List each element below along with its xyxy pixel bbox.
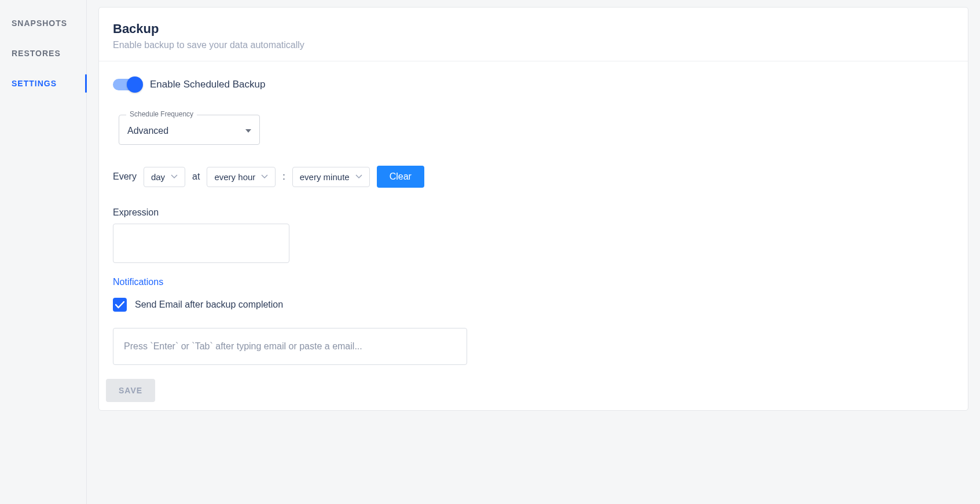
card-footer: SAVE <box>99 371 968 410</box>
every-label: Every <box>113 171 137 182</box>
page-subtitle: Enable backup to save your data automati… <box>113 40 954 50</box>
expression-label: Expression <box>113 207 954 218</box>
card-body: Enable Scheduled Backup Schedule Frequen… <box>99 61 968 371</box>
sidebar-item-settings[interactable]: SETTINGS <box>0 68 86 98</box>
enable-backup-toggle[interactable] <box>113 79 141 90</box>
sidebar: SNAPSHOTS RESTORES SETTINGS <box>0 0 87 504</box>
page-title: Backup <box>113 21 954 36</box>
caret-down-icon <box>245 129 251 133</box>
schedule-frequency-label: Schedule Frequency <box>126 110 197 118</box>
day-select[interactable]: day <box>144 167 185 187</box>
at-label: at <box>192 171 200 182</box>
enable-backup-row: Enable Scheduled Backup <box>113 79 954 90</box>
chevron-down-icon <box>355 174 362 179</box>
day-value: day <box>151 172 165 182</box>
hour-select[interactable]: every hour <box>207 167 276 187</box>
backup-card: Backup Enable backup to save your data a… <box>98 7 968 411</box>
schedule-frequency-value: Advanced <box>127 126 168 136</box>
send-email-checkbox[interactable] <box>113 298 127 312</box>
send-email-label: Send Email after backup completion <box>135 300 283 310</box>
email-input[interactable] <box>113 328 467 365</box>
send-email-row: Send Email after backup completion <box>113 298 954 312</box>
layout: SNAPSHOTS RESTORES SETTINGS Backup Enabl… <box>0 0 980 504</box>
schedule-row: Every day at every hour : <box>113 166 954 188</box>
minute-value: every minute <box>300 172 350 182</box>
card-header: Backup Enable backup to save your data a… <box>99 8 968 61</box>
check-icon <box>115 301 124 309</box>
main: Backup Enable backup to save your data a… <box>87 0 980 504</box>
chevron-down-icon <box>171 174 178 179</box>
enable-backup-label: Enable Scheduled Backup <box>150 79 265 90</box>
sidebar-item-restores[interactable]: RESTORES <box>0 38 86 68</box>
hour-value: every hour <box>214 172 255 182</box>
schedule-frequency-select[interactable]: Schedule Frequency Advanced <box>119 115 260 145</box>
toggle-knob <box>127 76 143 93</box>
clear-button[interactable]: Clear <box>377 166 424 188</box>
sidebar-item-snapshots[interactable]: SNAPSHOTS <box>0 8 86 38</box>
expression-input[interactable] <box>113 224 289 263</box>
minute-select[interactable]: every minute <box>292 167 370 187</box>
time-separator: : <box>282 171 285 182</box>
save-button[interactable]: SAVE <box>106 379 155 402</box>
schedule-frequency-field: Schedule Frequency Advanced <box>119 115 954 145</box>
notifications-heading: Notifications <box>113 277 954 287</box>
chevron-down-icon <box>261 174 268 179</box>
